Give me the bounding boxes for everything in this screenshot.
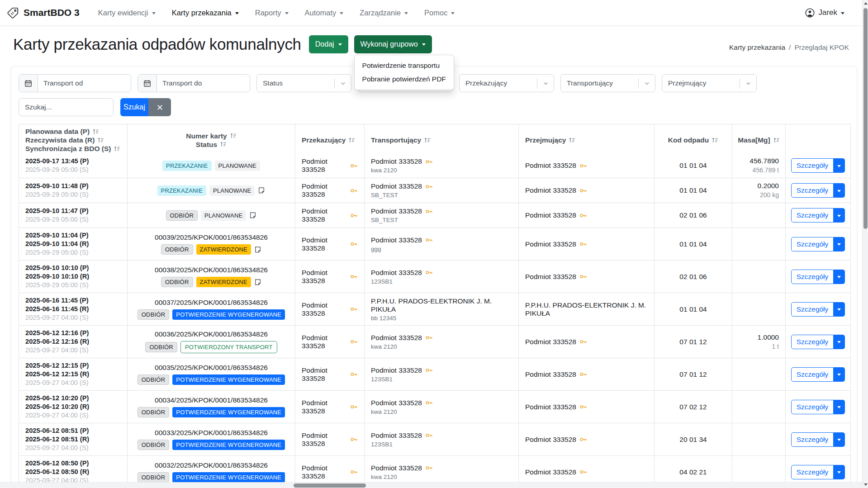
details-dropdown-toggle[interactable] xyxy=(834,432,845,447)
entity-name: Podmiot 333528 xyxy=(371,157,422,166)
filter-select-przejmujący[interactable]: Przejmujący xyxy=(662,74,757,92)
details-button[interactable]: Szczegóły xyxy=(791,302,834,317)
details-dropdown-toggle[interactable] xyxy=(834,367,845,382)
table-row: 2025-06-12 10:20 (P) 2025-06-12 10:20 (R… xyxy=(19,391,851,423)
column-header[interactable]: Transportujący xyxy=(365,124,519,156)
details-button[interactable]: Szczegóły xyxy=(791,367,834,382)
status-badge: PLANOWANE xyxy=(215,161,260,171)
sort-header[interactable]: Rzeczywista data (R) xyxy=(25,136,121,144)
vertical-scrollbar[interactable] xyxy=(862,0,868,488)
scroll-up-arrow-icon[interactable] xyxy=(863,0,868,7)
details-dropdown-toggle[interactable] xyxy=(834,208,845,223)
waste-code-cell: 02 01 06 xyxy=(655,261,732,293)
nav-item[interactable]: Karty ewidencji xyxy=(91,5,162,21)
details-split-button: Szczegóły xyxy=(791,432,845,447)
sort-header[interactable]: Numer karty xyxy=(186,132,236,140)
horizontal-scrollbar-thumb[interactable] xyxy=(294,483,366,488)
search-input[interactable] xyxy=(19,98,114,116)
details-button[interactable]: Szczegóły xyxy=(791,400,834,414)
nav-item[interactable]: Karty przekazania xyxy=(165,5,246,21)
dates-cell: 2025-09-10 10:10 (P) 2025-09-10 10:10 (R… xyxy=(19,261,128,293)
entity-name: Podmiot 333528 xyxy=(302,431,347,448)
status-badge: POTWIERDZENIE WYGENEROWANE xyxy=(172,407,285,417)
nav-item[interactable]: Automaty xyxy=(298,5,351,21)
menu-item[interactable]: Potwierdzenie transportu xyxy=(355,59,454,72)
details-button[interactable]: Szczegóły xyxy=(791,270,834,284)
key-icon xyxy=(579,403,587,410)
entity-sub: SB_TEST xyxy=(371,217,512,223)
entity-name: P.P.H.U. PRADOS-ELEKTRONIK J. M. PIKUŁA xyxy=(525,301,648,317)
page-title: Karty przekazania odpadów komunalnych xyxy=(13,33,301,55)
group-actions-button[interactable]: Wykonaj grupowo xyxy=(354,35,432,53)
details-button[interactable]: Szczegóły xyxy=(791,335,834,349)
sort-header[interactable]: Kod odpadu xyxy=(668,136,718,144)
transferring-cell: Podmiot 333528 xyxy=(295,326,365,358)
details-button[interactable]: Szczegóły xyxy=(791,183,834,198)
menu-item[interactable]: Pobranie potwierdzeń PDF xyxy=(355,72,454,86)
sort-header[interactable]: Planowana data (P) xyxy=(25,127,121,136)
scroll-down-arrow-icon[interactable] xyxy=(863,481,868,488)
filter-select-transportujący[interactable]: Transportujący xyxy=(560,74,655,92)
entity-sub: 123SB1 xyxy=(371,376,512,383)
nav-item[interactable]: Pomoc xyxy=(417,5,461,21)
sort-header[interactable]: Masa[Mg] xyxy=(738,136,779,144)
user-menu[interactable]: Jarek xyxy=(805,8,844,18)
sort-header[interactable]: Przejmujący xyxy=(525,136,648,144)
status-badge: ZATWIERDZONE xyxy=(196,244,251,255)
entity-name: Podmiot 333528 xyxy=(302,334,347,350)
vertical-scrollbar-thumb[interactable] xyxy=(863,8,868,229)
details-button[interactable]: Szczegóły xyxy=(791,158,834,173)
column-header[interactable]: Przekazujący xyxy=(295,124,365,156)
breadcrumb-link[interactable]: Karty przekazania xyxy=(729,43,785,52)
calendar-icon[interactable] xyxy=(138,75,157,92)
transporting-cell: Podmiot 333528 SB_TEST xyxy=(365,203,519,228)
details-dropdown-toggle[interactable] xyxy=(834,158,845,173)
sort-header[interactable]: Przekazujący xyxy=(302,136,358,144)
app-logo[interactable]: SmartBDO 3 xyxy=(6,6,80,19)
filter-select-status[interactable]: Status xyxy=(256,74,351,92)
column-header[interactable]: Kod odpadu xyxy=(655,124,732,156)
status-badge: ODBIÓR xyxy=(138,309,169,320)
table-header-row: Planowana data (P)Rzeczywista data (R)Sy… xyxy=(19,124,851,153)
details-button[interactable]: Szczegóły xyxy=(791,208,834,223)
entity-name: Podmiot 333528 xyxy=(302,182,347,199)
entity-name: Podmiot 333528 xyxy=(525,338,576,346)
details-button[interactable]: Szczegóły xyxy=(791,432,834,447)
add-button[interactable]: Dodaj xyxy=(309,35,348,53)
details-dropdown-toggle[interactable] xyxy=(834,237,845,251)
details-dropdown-toggle[interactable] xyxy=(834,270,845,284)
details-dropdown-toggle[interactable] xyxy=(834,183,845,198)
horizontal-scrollbar[interactable] xyxy=(0,482,862,488)
planned-date: 2025-06-12 08:51 (P) xyxy=(25,426,121,435)
clear-search-button[interactable] xyxy=(148,98,171,116)
column-header[interactable]: Planowana data (P)Rzeczywista data (R)Sy… xyxy=(19,124,128,156)
column-header[interactable]: Masa[Mg] xyxy=(732,124,786,156)
column-header[interactable]: Numer kartyStatus xyxy=(128,124,295,156)
search-button[interactable]: Szukaj xyxy=(120,98,148,116)
status-badge: ZATWIERDZONE xyxy=(196,277,251,287)
sort-header[interactable]: Status xyxy=(196,140,227,149)
breadcrumb-separator: / xyxy=(789,43,791,52)
filter-select-przekazujący[interactable]: Przekazujący xyxy=(459,74,554,92)
nav-item[interactable]: Raporty xyxy=(248,5,295,21)
tag-logo-icon xyxy=(6,6,19,19)
transferring-cell: Podmiot 333528 xyxy=(295,153,365,178)
details-button[interactable]: Szczegóły xyxy=(791,465,834,479)
nav-item[interactable]: Zarządzanie xyxy=(353,5,415,21)
sort-header[interactable]: Transportujący xyxy=(371,136,512,144)
column-header[interactable]: Przejmujący xyxy=(519,124,655,156)
transport-to-input[interactable] xyxy=(157,75,250,92)
actions-cell: Szczegóły xyxy=(786,391,851,423)
details-dropdown-toggle[interactable] xyxy=(834,465,845,479)
transport-from-input[interactable] xyxy=(38,75,131,92)
key-icon xyxy=(425,183,433,190)
key-icon xyxy=(350,273,358,280)
details-dropdown-toggle[interactable] xyxy=(834,400,845,414)
sort-header[interactable]: Synchronizacja z BDO (S) xyxy=(25,144,121,153)
details-dropdown-toggle[interactable] xyxy=(834,302,845,317)
details-button[interactable]: Szczegóły xyxy=(791,237,834,251)
calendar-icon[interactable] xyxy=(19,75,38,92)
details-dropdown-toggle[interactable] xyxy=(834,335,845,349)
key-icon xyxy=(425,432,433,439)
status-badge: PLANOWANE xyxy=(201,210,246,221)
